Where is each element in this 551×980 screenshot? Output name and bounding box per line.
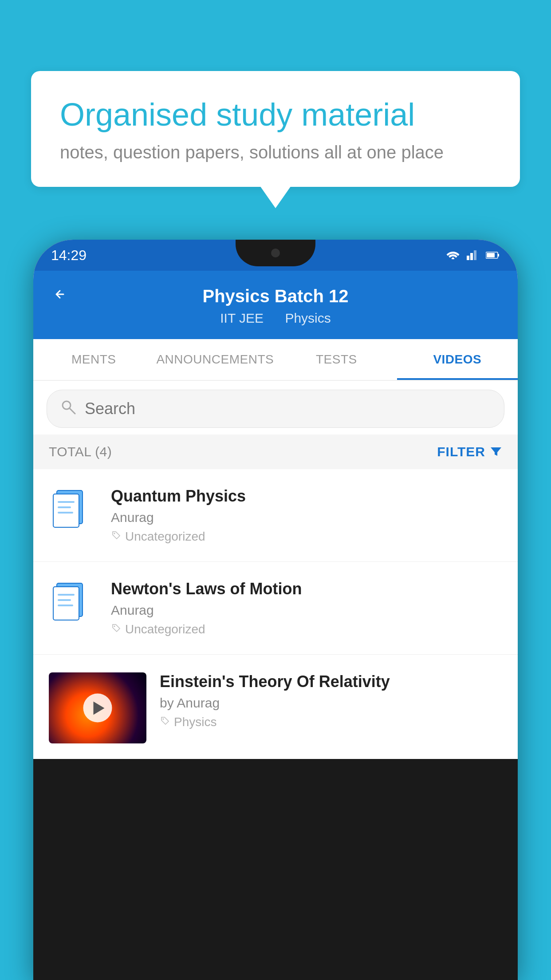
svg-rect-11	[58, 501, 75, 503]
video-tag-3: Physics	[160, 715, 502, 729]
list-item[interactable]: Einstein's Theory Of Relativity by Anura…	[33, 655, 518, 759]
svg-rect-10	[53, 494, 79, 527]
wifi-icon	[446, 248, 460, 262]
search-container	[33, 381, 518, 435]
speech-bubble-title: Organised study material	[60, 95, 491, 134]
status-bar: 14:29	[33, 240, 518, 271]
status-icons	[446, 248, 500, 263]
svg-line-8	[70, 408, 75, 414]
svg-rect-18	[58, 599, 71, 601]
svg-point-14	[114, 533, 115, 534]
tab-tests[interactable]: TESTS	[276, 339, 397, 380]
tab-ments[interactable]: MENTS	[33, 339, 154, 380]
battery-icon	[486, 248, 500, 262]
video-title-3: Einstein's Theory Of Relativity	[160, 672, 502, 691]
back-button[interactable]	[51, 285, 69, 308]
subtitle-iit: IIT JEE	[220, 311, 264, 325]
video-thumbnail-3	[49, 672, 146, 743]
svg-rect-1	[467, 256, 469, 260]
svg-point-0	[452, 257, 454, 259]
svg-rect-5	[498, 254, 499, 257]
video-author-3: by Anurag	[160, 695, 502, 711]
header-title: Physics Batch 12	[202, 286, 348, 306]
svg-rect-16	[53, 587, 79, 620]
video-tag-2: Uncategorized	[111, 622, 502, 636]
video-info-3: Einstein's Theory Of Relativity by Anura…	[160, 672, 502, 729]
tag-icon-1	[111, 530, 122, 544]
play-triangle-icon	[93, 701, 104, 715]
header-subtitle: IIT JEE Physics	[216, 311, 335, 326]
video-tag-label-3: Physics	[174, 715, 216, 729]
tag-icon-3	[160, 715, 170, 729]
video-author-2: Anurag	[111, 603, 502, 618]
video-info-1: Quantum Physics Anurag Uncategorized	[111, 487, 502, 544]
content-area: Quantum Physics Anurag Uncategorized	[33, 469, 518, 759]
app-header: Physics Batch 12 IIT JEE Physics	[33, 271, 518, 339]
filter-row: TOTAL (4) FILTER	[33, 435, 518, 469]
tab-announcements[interactable]: ANNOUNCEMENTS	[154, 339, 276, 380]
filter-icon	[490, 446, 502, 458]
search-icon	[60, 399, 76, 419]
subtitle-physics: Physics	[285, 311, 331, 325]
play-button[interactable]	[83, 694, 112, 723]
speech-bubble: Organised study material notes, question…	[31, 71, 520, 187]
video-title-2: Newton's Laws of Motion	[111, 580, 502, 598]
svg-point-20	[114, 626, 115, 627]
tabs-bar: MENTS ANNOUNCEMENTS TESTS VIDEOS	[33, 339, 518, 381]
video-info-2: Newton's Laws of Motion Anurag Uncategor…	[111, 580, 502, 636]
file-icon-2	[49, 580, 98, 626]
svg-rect-6	[487, 253, 495, 257]
camera	[271, 249, 280, 257]
list-item[interactable]: Quantum Physics Anurag Uncategorized	[33, 469, 518, 562]
tag-icon-2	[111, 622, 122, 636]
file-icon-1	[49, 487, 98, 533]
svg-point-21	[163, 719, 164, 720]
video-tag-label-1: Uncategorized	[125, 530, 205, 544]
phone-screen: 14:29	[33, 240, 518, 759]
tab-videos[interactable]: VIDEOS	[397, 339, 518, 380]
total-count: TOTAL (4)	[49, 444, 112, 459]
speech-bubble-container: Organised study material notes, question…	[31, 71, 520, 187]
filter-button[interactable]: FILTER	[437, 444, 502, 459]
list-item[interactable]: Newton's Laws of Motion Anurag Uncategor…	[33, 562, 518, 655]
speech-bubble-subtitle: notes, question papers, solutions all at…	[60, 142, 491, 162]
search-input[interactable]	[85, 399, 491, 418]
svg-rect-12	[58, 506, 71, 508]
signal-icon	[467, 248, 479, 263]
video-title-1: Quantum Physics	[111, 487, 502, 506]
video-tag-label-2: Uncategorized	[125, 622, 205, 636]
video-tag-1: Uncategorized	[111, 530, 502, 544]
svg-rect-17	[58, 594, 75, 596]
video-author-1: Anurag	[111, 510, 502, 525]
svg-rect-2	[470, 253, 473, 260]
svg-rect-19	[58, 605, 73, 606]
filter-label: FILTER	[437, 444, 485, 459]
svg-rect-3	[474, 250, 476, 260]
notch	[236, 240, 315, 266]
search-bar[interactable]	[47, 390, 504, 428]
svg-rect-13	[58, 512, 73, 514]
status-time: 14:29	[51, 247, 87, 264]
header-top: Physics Batch 12	[51, 286, 500, 306]
phone-frame: 14:29	[33, 240, 518, 980]
